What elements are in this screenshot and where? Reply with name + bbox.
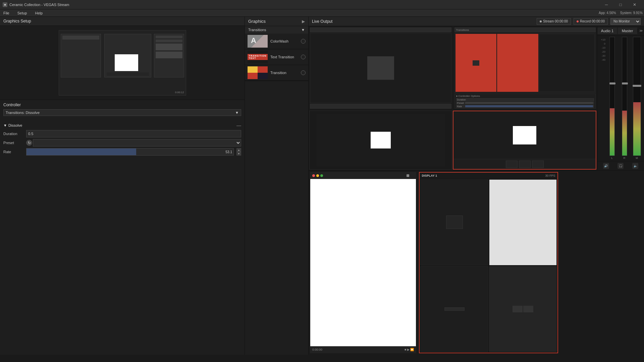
preview-timestamp: 0:00:12 xyxy=(175,91,184,94)
thumb-quad-4 xyxy=(258,73,268,79)
text-transition-radio[interactable] xyxy=(301,55,306,59)
rate-spin-down[interactable]: ▼ xyxy=(236,152,241,156)
preview-area: 0:00:12 xyxy=(0,26,245,100)
transitions-dropdown[interactable]: Transitions: Dissolve ▼ xyxy=(3,109,241,116)
stream-button[interactable]: Stream 00:00:00 xyxy=(537,18,571,25)
live-ctrl-sub-label: ● Controller Options xyxy=(456,95,594,98)
bpr-mini-panel xyxy=(446,216,463,229)
bp-dot-red[interactable] xyxy=(312,174,315,177)
fader-knob-master[interactable] xyxy=(633,85,641,87)
bottom-area: 0:00:00 ■ ▶ ⏩ DISPLAY 1 30 FPS xyxy=(309,170,644,355)
menu-file[interactable]: File xyxy=(1,10,11,16)
mock-white-block xyxy=(115,54,138,71)
rate-row: Rate 53.1 ▲ ▼ xyxy=(3,148,241,156)
audio-header: Audio 1 Master ≫ xyxy=(597,26,644,36)
live-panel-2-mini2 xyxy=(519,161,531,168)
minimize-button[interactable]: ─ xyxy=(600,1,613,8)
stats-app: App: 4.56% xyxy=(599,11,616,15)
thumb-quad-2 xyxy=(258,66,268,73)
bpr-col-1 xyxy=(420,179,488,352)
preview-mockup: 0:00:12 xyxy=(59,30,186,96)
live-sub-footer xyxy=(310,104,451,109)
bp-anchor xyxy=(407,174,409,177)
fader-label-master: M xyxy=(636,157,638,160)
live-ctrl-rate-label: Rate xyxy=(457,105,462,108)
text-transition-thumbnail: TRANSITION TEXT xyxy=(248,51,268,63)
audio-expand-icon[interactable]: ≫ xyxy=(637,29,644,33)
db-label-0: 0 xyxy=(599,42,605,45)
master-tab[interactable]: Master xyxy=(618,27,637,34)
audio-tab[interactable]: Audio 1 xyxy=(597,27,618,34)
mock-screen: 0:00:12 xyxy=(59,30,186,96)
transitions-section-header[interactable]: Transitions ▼ xyxy=(245,26,308,34)
audio-bottom: 🔊 🎧 🔈 xyxy=(597,161,644,170)
dissolve-collapse-icon[interactable]: — xyxy=(236,123,241,128)
maximize-button[interactable]: □ xyxy=(614,1,627,8)
rate-spin-up[interactable]: ▲ xyxy=(236,148,241,152)
close-button[interactable]: ✕ xyxy=(628,1,641,8)
live-trans-preview xyxy=(454,33,596,93)
bpr-slider xyxy=(444,307,465,311)
bpr-cell-22 xyxy=(489,266,557,352)
live-ctrl-dur-label: Duration xyxy=(457,99,466,101)
db-label-10: +10 xyxy=(599,38,605,41)
transition-radio[interactable] xyxy=(301,70,306,75)
transition-item-text[interactable]: TRANSITION TEXT Text Transition xyxy=(245,49,308,65)
monitor-select[interactable]: No Monitor xyxy=(610,18,641,25)
fader-meter-master[interactable] xyxy=(633,37,641,156)
audio-panel: Audio 1 Master ≫ +10 0 -10 -20 -30 -40 xyxy=(597,26,644,170)
transition-item-transition[interactable]: Transition xyxy=(245,65,308,81)
bp-timecode: 0:00:00 xyxy=(312,348,322,351)
live-ctrl-rate-bar xyxy=(465,105,593,107)
record-button[interactable]: Record 00:00:00 xyxy=(574,18,608,25)
menu-setup[interactable]: Setup xyxy=(15,10,29,16)
preset-icon[interactable]: ↻ xyxy=(26,140,32,146)
fader-label-1: L xyxy=(611,157,612,160)
live-sub-header xyxy=(310,27,451,32)
bpr-cell-11-inner xyxy=(421,180,488,265)
bp-controls: ■ ▶ ⏩ xyxy=(405,348,414,351)
display-title: DISPLAY 1 xyxy=(422,174,437,177)
fader-label-2: R xyxy=(624,157,626,160)
colorwash-name: ColorWash xyxy=(270,39,298,43)
live-panel-1 xyxy=(309,111,452,170)
db-label-n30: -30 xyxy=(599,54,605,57)
bp-dot-green[interactable] xyxy=(320,174,323,177)
graphics-expand-icon[interactable]: ▶ xyxy=(302,19,305,24)
stream-label: Stream 00:00:00 xyxy=(543,19,568,23)
preset-select[interactable] xyxy=(33,139,241,146)
fader-knob-1[interactable] xyxy=(609,82,615,84)
live-ctrl-duration: Duration xyxy=(456,98,594,101)
thumb-quad-3 xyxy=(248,73,258,79)
bpr-mini-1 xyxy=(513,306,523,312)
title-bar: ■ Ceramic Collection - VEGAS Stream ─ □ … xyxy=(0,0,644,9)
bp-dot-yellow[interactable] xyxy=(316,174,319,177)
fader-meter-2[interactable] xyxy=(622,37,627,156)
fader-meter-1[interactable] xyxy=(609,37,615,156)
thumb-quad-1 xyxy=(248,66,258,73)
dissolve-expand-icon[interactable]: ▼ xyxy=(3,123,7,127)
live-panel-2-mini3 xyxy=(532,161,544,168)
db-label-n20: -20 xyxy=(599,50,605,53)
speaker-icon[interactable]: 🔊 xyxy=(603,163,609,169)
record-indicator xyxy=(577,20,579,22)
transition-item-colorwash[interactable]: ColorWash xyxy=(245,34,308,49)
preset-label: Preset xyxy=(3,141,23,145)
volume-icon[interactable]: 🔈 xyxy=(632,163,638,169)
live-sub-preview-thumb xyxy=(367,56,394,80)
graphics-title: Graphics xyxy=(248,19,266,24)
bpr-mini-2 xyxy=(523,306,533,312)
rate-track[interactable]: 53.1 xyxy=(26,148,234,156)
transition-name: Transition xyxy=(270,71,298,75)
title-bar-left: ■ Ceramic Collection - VEGAS Stream xyxy=(3,2,69,7)
live-main-inner: Transitions xyxy=(309,26,597,170)
headphone-icon[interactable]: 🎧 xyxy=(618,163,624,169)
bpr-cell-12 xyxy=(420,266,488,352)
colorwash-radio[interactable] xyxy=(301,39,306,44)
bottom-empty xyxy=(559,171,644,355)
duration-input[interactable] xyxy=(26,130,241,137)
fader-knob-2[interactable] xyxy=(622,82,628,84)
menu-help[interactable]: Help xyxy=(33,10,45,16)
fader-channel-master: M xyxy=(631,37,643,160)
rate-label: Rate xyxy=(3,150,23,154)
